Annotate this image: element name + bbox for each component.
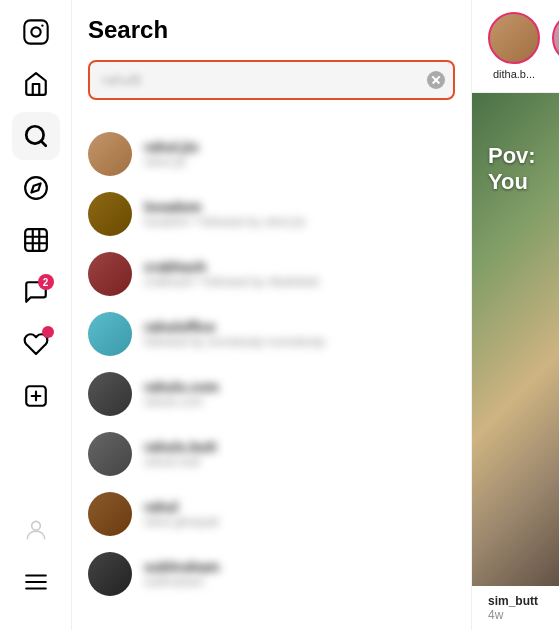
instagram-logo[interactable] bbox=[16, 12, 56, 52]
preview-panel: ditha.b... aniqa... Pov: You sim_butt 4w bbox=[472, 0, 559, 630]
result-item[interactable]: rahuls.com rahuls.com bbox=[72, 364, 471, 424]
result-item[interactable]: subhraham subhraham bbox=[72, 544, 471, 604]
result-avatar bbox=[88, 492, 132, 536]
instagram-icon bbox=[22, 18, 50, 46]
story-avatar bbox=[552, 12, 559, 64]
search-header: Search bbox=[72, 16, 471, 116]
search-results-list: rahul.jio rahul jio lovadom lovadom • fo… bbox=[72, 116, 471, 630]
result-meta: rahul ghospali bbox=[144, 515, 455, 529]
result-meta: rahuls.com bbox=[144, 395, 455, 409]
stories-row: ditha.b... aniqa... bbox=[472, 0, 559, 93]
search-title: Search bbox=[88, 16, 455, 44]
story-item[interactable]: aniqa... bbox=[552, 12, 559, 80]
nav-items: 2 bbox=[12, 60, 60, 506]
result-meta: subhraham bbox=[144, 575, 455, 589]
story-username: ditha.b... bbox=[493, 68, 535, 80]
result-item[interactable]: rahul rahul ghospali bbox=[72, 484, 471, 544]
search-clear-button[interactable] bbox=[427, 71, 445, 89]
result-meta: crabhash • followed by #blahblah bbox=[144, 275, 455, 289]
result-meta: lovadom • followed by rahul jio bbox=[144, 215, 455, 229]
svg-point-2 bbox=[41, 24, 43, 26]
result-avatar bbox=[88, 192, 132, 236]
result-avatar bbox=[88, 252, 132, 296]
result-username: lovadom bbox=[144, 199, 455, 215]
sidebar-item-explore[interactable] bbox=[12, 164, 60, 212]
search-input[interactable] bbox=[98, 62, 427, 98]
result-item[interactable]: rahuls.butt rahuls butt bbox=[72, 424, 471, 484]
result-username: subhraham bbox=[144, 559, 455, 575]
story-avatar bbox=[488, 12, 540, 64]
result-username: rahuls.butt bbox=[144, 439, 455, 455]
search-panel: Search rahul.jio rahul jio lovadom lovad… bbox=[72, 0, 472, 630]
result-item[interactable]: rahuloffice followed by somebody+somebod… bbox=[72, 304, 471, 364]
post-username: sim_butt bbox=[488, 594, 538, 608]
result-username: rahul bbox=[144, 499, 455, 515]
result-info: lovadom lovadom • followed by rahul jio bbox=[144, 199, 455, 229]
compass-icon bbox=[23, 175, 49, 201]
result-meta: rahuls butt bbox=[144, 455, 455, 469]
result-avatar bbox=[88, 372, 132, 416]
result-info: rahul rahul ghospali bbox=[144, 499, 455, 529]
sidebar-bottom bbox=[12, 506, 60, 618]
search-input-wrapper[interactable] bbox=[88, 60, 455, 100]
result-username: rahul.jio bbox=[144, 139, 455, 155]
result-info: crabhash crabhash • followed by #blahbla… bbox=[144, 259, 455, 289]
result-meta: followed by somebody+somebody bbox=[144, 335, 455, 349]
svg-rect-0 bbox=[24, 20, 47, 43]
sidebar-item-reels[interactable] bbox=[12, 216, 60, 264]
create-icon bbox=[23, 383, 49, 409]
post-preview: Pov: You bbox=[472, 93, 559, 586]
post-time: 4w bbox=[488, 608, 503, 622]
reels-icon bbox=[23, 227, 49, 253]
result-info: rahuls.butt rahuls butt bbox=[144, 439, 455, 469]
result-username: rahuls.com bbox=[144, 379, 455, 395]
svg-point-1 bbox=[31, 27, 40, 36]
notifications-badge bbox=[42, 326, 54, 338]
svg-rect-7 bbox=[25, 229, 47, 251]
svg-point-11 bbox=[31, 521, 40, 530]
result-info: subhraham subhraham bbox=[144, 559, 455, 589]
sidebar: 2 bbox=[0, 0, 72, 630]
sidebar-item-messages[interactable]: 2 bbox=[12, 268, 60, 316]
menu-icon bbox=[23, 569, 49, 595]
result-username: crabhash bbox=[144, 259, 455, 275]
result-meta: rahul jio bbox=[144, 155, 455, 169]
sidebar-item-create[interactable] bbox=[12, 372, 60, 420]
result-username: rahuloffice bbox=[144, 319, 455, 335]
home-icon bbox=[23, 71, 49, 97]
result-avatar bbox=[88, 132, 132, 176]
svg-line-4 bbox=[41, 141, 46, 146]
result-info: rahul.jio rahul jio bbox=[144, 139, 455, 169]
svg-point-5 bbox=[25, 177, 47, 199]
result-item[interactable]: crabhash crabhash • followed by #blahbla… bbox=[72, 244, 471, 304]
sidebar-item-home[interactable] bbox=[12, 60, 60, 108]
post-meta: sim_butt 4w bbox=[472, 586, 559, 630]
sidebar-item-profile[interactable] bbox=[12, 506, 60, 554]
profile-icon bbox=[23, 517, 49, 543]
sidebar-item-notifications[interactable] bbox=[12, 320, 60, 368]
search-icon bbox=[23, 123, 49, 149]
post-caption: Pov: You bbox=[488, 143, 559, 195]
result-item[interactable]: rahul.jio rahul jio bbox=[72, 124, 471, 184]
sidebar-item-search[interactable] bbox=[12, 112, 60, 160]
result-info: rahuls.com rahuls.com bbox=[144, 379, 455, 409]
result-avatar bbox=[88, 552, 132, 596]
story-item[interactable]: ditha.b... bbox=[488, 12, 540, 80]
sidebar-item-menu[interactable] bbox=[12, 558, 60, 606]
result-info: rahuloffice followed by somebody+somebod… bbox=[144, 319, 455, 349]
result-avatar bbox=[88, 312, 132, 356]
result-item[interactable]: lovadom lovadom • followed by rahul jio bbox=[72, 184, 471, 244]
messages-badge: 2 bbox=[38, 274, 54, 290]
result-avatar bbox=[88, 432, 132, 476]
svg-marker-6 bbox=[31, 183, 40, 192]
